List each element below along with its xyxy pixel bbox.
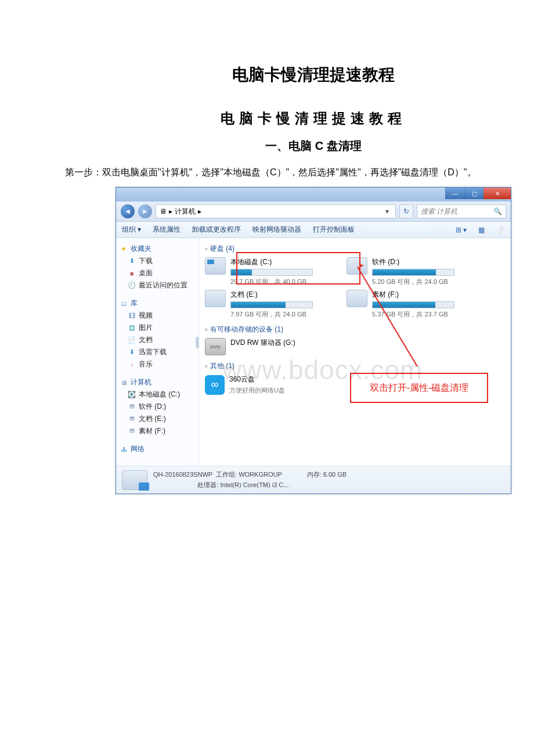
map-network-drive-button[interactable]: 映射网络驱动器 [252,225,301,235]
open-control-panel-button[interactable]: 打开控制面板 [313,225,355,235]
network-icon: 🖧 [120,445,128,453]
address-dropdown-icon[interactable]: ▾ [383,207,392,215]
download-icon: ⬇ [128,348,136,357]
uninstall-programs-button[interactable]: 卸载或更改程序 [192,225,241,235]
toolbar: 组织 ▾ 系统属性 卸载或更改程序 映射网络驱动器 打开控制面板 ⊞ ▾ ▦ ❔ [116,222,511,238]
collapse-icon: ▿ [205,246,208,252]
dvd-drive[interactable]: DVD DVD RW 驱动器 (G:) [205,338,333,355]
drive-meta: 5.20 GB 可用，共 24.0 GB [372,278,474,286]
picture-icon: 🖼 [128,324,136,332]
cloud-disk[interactable]: ∞ 360云盘 方便好用的网络U盘 [205,375,333,395]
sidebar-desktop[interactable]: ■桌面 [120,267,195,279]
maximize-button[interactable]: ▢ [464,188,484,199]
computer-large-icon [122,470,147,490]
drive-label: DVD RW 驱动器 (G:) [230,338,333,348]
details-computer-name: QH-20160823SNWP [153,471,212,478]
address-sep: ▸ [198,207,201,215]
help-icon[interactable]: ❔ [496,226,505,234]
computer-icon: 🖥 [160,207,167,215]
annotation-callout: 双击打开-属性-磁盘清理 [350,373,488,403]
sidebar-music[interactable]: ♪音乐 [120,358,195,370]
sidebar-network[interactable]: 🖧网络 [120,443,195,455]
computer-icon: 🖥 [120,379,128,387]
drive-f[interactable]: 素材 (F:) 5.37 GB 可用，共 23.7 GB [347,290,474,319]
sidebar-favorites[interactable]: ★收藏夹 [120,243,195,255]
cloud-label: 360云盘 [229,375,333,384]
music-icon: ♪ [128,361,136,369]
group-other[interactable]: ▿其他 (1) [205,359,505,375]
sidebar-computer[interactable]: 🖥计算机 [120,376,195,388]
desktop-icon: ■ [128,269,136,278]
search-placeholder: 搜索 计算机 [421,207,457,217]
document-icon: 📄 [128,336,136,344]
drive-label: 文档 (E:) [230,290,333,300]
sidebar-recent[interactable]: 🕘最近访问的位置 [120,279,195,291]
sidebar-videos[interactable]: 🎞视频 [120,309,195,322]
sidebar-drive-e[interactable]: ⛃文档 (E:) [120,413,195,425]
system-properties-button[interactable]: 系统属性 [153,225,181,235]
dvd-icon: DVD [205,338,226,355]
section-heading: 一、电脑 C 盘清理 [46,138,534,154]
group-removable[interactable]: ▿有可移动存储的设备 (1) [205,322,505,338]
download-icon: ⬇ [128,257,136,265]
search-input[interactable]: 搜索 计算机 🔍 [417,204,506,218]
forward-button[interactable]: ► [138,204,152,218]
annotation-highlight-c [236,252,360,285]
drive-icon [347,290,367,307]
window-titlebar[interactable]: — ▢ ✕ [116,188,511,201]
preview-pane-icon[interactable]: ▦ [478,226,485,234]
details-cpu: Intel(R) Core(TM) i3 C... [221,481,289,488]
view-menu-icon[interactable]: ⊞ ▾ [456,226,467,234]
details-workgroup-label: 工作组: [216,471,237,478]
drive-label: 软件 (D:) [372,257,474,267]
drive-icon [205,290,226,307]
address-sep: ▸ [169,207,172,215]
drive-meta: 7.97 GB 可用，共 24.0 GB [230,310,333,319]
drive-icon: ⛃ [128,403,136,411]
step-paragraph: 第一步：双击电脑桌面"计算机"，选择"本地磁盘（C）"，然后选择"属性"，再选择… [46,164,534,180]
navigation-sidebar: ★收藏夹 ⬇下载 ■桌面 🕘最近访问的位置 🗂库 🎞视频 🖼图片 📄文档 ⬇迅雷… [116,238,199,466]
explorer-window: — ▢ ✕ ◄ ► 🖥 ▸ 计算机 ▸ ▾ ↻ 搜索 计算机 🔍 组织 ▾ 系 [116,187,511,494]
cloud-icon: ∞ [205,375,225,395]
sidebar-drive-f[interactable]: ⛃素材 (F:) [120,425,195,437]
recent-icon: 🕘 [128,282,136,290]
document-page: 电脑卡慢清理提速教程 电脑卡慢清理提速教程 一、电脑 C 盘清理 第一步：双击电… [0,0,534,517]
drive-icon: ⛃ [128,427,136,435]
refresh-button[interactable]: ↻ [399,204,413,218]
drive-icon: ⛃ [128,415,136,423]
details-pane: QH-20160823SNWP 工作组: WORKGROUP 内存: 6.00 … [116,466,511,494]
cloud-desc: 方便好用的网络U盘 [229,386,333,395]
address-segment[interactable]: 计算机 [175,207,196,217]
explorer-body: ★收藏夹 ⬇下载 ■桌面 🕘最近访问的位置 🗂库 🎞视频 🖼图片 📄文档 ⬇迅雷… [116,238,511,466]
sidebar-pictures[interactable]: 🖼图片 [120,322,195,334]
close-button[interactable]: ✕ [484,188,511,199]
sidebar-drive-c[interactable]: 💽本地磁盘 (C:) [120,388,195,401]
drive-icon [205,257,226,275]
drive-e[interactable]: 文档 (E:) 7.97 GB 可用，共 24.0 GB [205,290,333,319]
minimize-button[interactable]: — [445,188,464,199]
details-memory: 6.00 GB [323,471,347,478]
address-bar-row: ◄ ► 🖥 ▸ 计算机 ▸ ▾ ↻ 搜索 计算机 🔍 [116,201,511,222]
drive-label: 素材 (F:) [372,290,474,300]
details-cpu-label: 处理器: [197,481,218,488]
search-icon[interactable]: 🔍 [493,207,502,215]
doc-subtitle: 电脑卡慢清理提速教程 [46,109,534,128]
organize-menu[interactable]: 组织 ▾ [122,225,141,235]
star-icon: ★ [120,245,128,253]
back-button[interactable]: ◄ [121,204,135,218]
address-field[interactable]: 🖥 ▸ 计算机 ▸ ▾ [156,204,396,218]
sidebar-libraries[interactable]: 🗂库 [120,297,195,309]
collapse-icon: ▿ [205,363,208,369]
sidebar-drive-d[interactable]: ⛃软件 (D:) [120,401,195,413]
collapse-icon: ▿ [205,327,208,333]
sidebar-downloads[interactable]: ⬇下载 [120,255,195,267]
library-icon: 🗂 [120,300,128,308]
sidebar-thunder[interactable]: ⬇迅雷下载 [120,346,195,358]
doc-title: 电脑卡慢清理提速教程 [46,64,534,86]
video-icon: 🎞 [128,312,136,320]
details-workgroup: WORKGROUP [239,471,282,478]
drive-icon: 💽 [128,391,136,399]
sidebar-documents[interactable]: 📄文档 [120,334,195,346]
main-content: www.bdocx.com ▿硬盘 (4) 本地磁盘 (C:) 29.7 GB … [199,238,511,466]
details-memory-label: 内存: [307,471,322,478]
